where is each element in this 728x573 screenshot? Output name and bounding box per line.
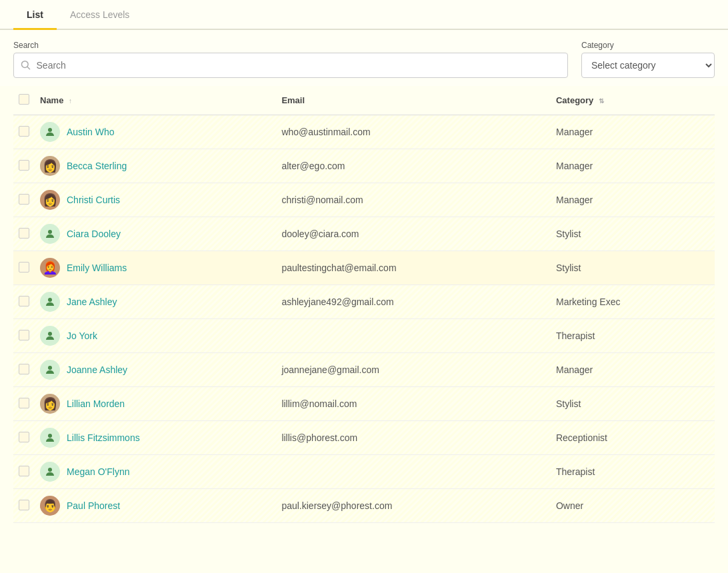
table-row[interactable]: 👩 Lillian Morden lillim@nomail.com Styli… — [13, 387, 715, 421]
staff-name-link[interactable]: Lillian Morden — [67, 398, 125, 409]
name-cell: Jane Ashley — [35, 285, 276, 319]
search-input[interactable] — [37, 60, 561, 71]
staff-name-link[interactable]: Emily Williams — [67, 263, 127, 273]
table-row[interactable]: Lillis Fitzsimmons lillis@phorest.com Re… — [13, 421, 715, 455]
row-check-cell — [13, 319, 35, 353]
table-row[interactable]: Megan O'Flynn Therapist — [13, 455, 715, 489]
staff-name-link[interactable]: Lillis Fitzsimmons — [67, 432, 140, 443]
col-header-category[interactable]: Category ⇅ — [551, 86, 715, 115]
row-checkbox[interactable] — [19, 398, 29, 408]
category-cell: Owner — [551, 489, 715, 523]
name-cell: 👩 Christi Curtis — [35, 183, 276, 217]
staff-name-link[interactable]: Jo York — [67, 330, 97, 341]
tab-access-levels[interactable]: Access Levels — [57, 0, 143, 30]
row-check-cell — [13, 421, 35, 455]
table-body: Austin Who who@austinmail.com Manager 👩 … — [13, 115, 715, 523]
avatar — [40, 122, 60, 142]
row-check-cell — [13, 115, 35, 149]
avatar — [40, 224, 60, 244]
col-header-name[interactable]: Name ↑ — [35, 86, 276, 115]
name-cell: 👩 Lillian Morden — [35, 387, 276, 421]
row-checkbox[interactable] — [19, 228, 29, 239]
name-cell: 👩‍🦰 Emily Williams — [35, 251, 276, 285]
email-cell: alter@ego.com — [276, 149, 551, 183]
avatar — [40, 428, 60, 448]
table-header-row: Name ↑ Email Category ⇅ — [13, 86, 715, 115]
header-checkbox[interactable] — [19, 94, 29, 105]
table-row[interactable]: 👩‍🦰 Emily Williams paultestingchat@email… — [13, 251, 715, 285]
table-row[interactable]: Jane Ashley ashleyjane492@gmail.com Mark… — [13, 285, 715, 319]
name-cell: 👩 Becca Sterling — [35, 149, 276, 183]
email-cell — [276, 319, 551, 353]
tab-list[interactable]: List — [13, 0, 57, 30]
table-row[interactable]: 👨 Paul Phorest paul.kiersey@phorest.com … — [13, 489, 715, 523]
category-sort-icon: ⇅ — [599, 97, 604, 105]
email-cell: lillim@nomail.com — [276, 387, 551, 421]
staff-name-link[interactable]: Joanne Ashley — [67, 364, 127, 375]
search-icon — [21, 60, 31, 71]
table-row[interactable]: 👩 Becca Sterling alter@ego.com Manager — [13, 149, 715, 183]
row-checkbox[interactable] — [19, 500, 29, 510]
category-cell: Therapist — [551, 455, 715, 489]
avatar: 👩‍🦰 — [40, 258, 60, 278]
tabs-bar: List Access Levels — [0, 0, 728, 30]
table-row[interactable]: Joanne Ashley joannejane@gmail.com Manag… — [13, 353, 715, 387]
category-group: Category Select category Manager Stylist… — [581, 41, 715, 78]
row-checkbox[interactable] — [19, 330, 29, 340]
row-checkbox[interactable] — [19, 296, 29, 306]
row-check-cell — [13, 217, 35, 251]
row-checkbox[interactable] — [19, 262, 29, 273]
email-cell — [276, 455, 551, 489]
row-checkbox[interactable] — [19, 432, 29, 442]
table-row[interactable]: Austin Who who@austinmail.com Manager — [13, 115, 715, 149]
staff-name-link[interactable]: Megan O'Flynn — [67, 466, 130, 477]
staff-name-link[interactable]: Becca Sterling — [67, 161, 127, 171]
row-checkbox[interactable] — [19, 194, 29, 205]
table-row[interactable]: Ciara Dooley dooley@ciara.com Stylist — [13, 217, 715, 251]
staff-name-link[interactable]: Austin Who — [67, 127, 115, 137]
row-check-cell — [13, 387, 35, 421]
col-header-email: Email — [276, 86, 551, 115]
staff-name-link[interactable]: Jane Ashley — [67, 296, 117, 307]
email-cell: paul.kiersey@phorest.com — [276, 489, 551, 523]
row-checkbox[interactable] — [19, 466, 29, 476]
svg-point-4 — [48, 298, 52, 302]
name-cell: Jo York — [35, 319, 276, 353]
col-header-check — [13, 86, 35, 115]
name-cell: Austin Who — [35, 115, 276, 149]
category-select[interactable]: Select category Manager Stylist Marketin… — [581, 53, 715, 78]
page-container: List Access Levels Search Category Selec… — [0, 0, 728, 523]
avatar: 👩 — [40, 394, 60, 414]
avatar — [40, 462, 60, 482]
category-cell: Stylist — [551, 387, 715, 421]
row-check-cell — [13, 285, 35, 319]
name-cell: 👨 Paul Phorest — [35, 489, 276, 523]
staff-name-link[interactable]: Christi Curtis — [67, 195, 120, 205]
avatar — [40, 360, 60, 380]
avatar — [40, 326, 60, 346]
table-row[interactable]: 👩 Christi Curtis christi@nomail.com Mana… — [13, 183, 715, 217]
name-cell: Ciara Dooley — [35, 217, 276, 251]
email-cell: who@austinmail.com — [276, 115, 551, 149]
staff-name-link[interactable]: Paul Phorest — [67, 500, 120, 511]
svg-point-2 — [48, 128, 52, 132]
avatar: 👨 — [40, 496, 60, 516]
name-cell: Lillis Fitzsimmons — [35, 421, 276, 455]
avatar — [40, 292, 60, 312]
table-row[interactable]: Jo York Therapist — [13, 319, 715, 353]
category-cell: Stylist — [551, 217, 715, 251]
email-cell: joannejane@gmail.com — [276, 353, 551, 387]
avatar: 👩 — [40, 190, 60, 210]
email-cell: lillis@phorest.com — [276, 421, 551, 455]
row-check-cell — [13, 489, 35, 523]
row-check-cell — [13, 183, 35, 217]
row-check-cell — [13, 455, 35, 489]
svg-point-6 — [48, 366, 52, 370]
staff-name-link[interactable]: Ciara Dooley — [67, 229, 121, 239]
row-check-cell — [13, 149, 35, 183]
row-checkbox[interactable] — [19, 364, 29, 374]
name-cell: Joanne Ashley — [35, 353, 276, 387]
category-label: Category — [581, 41, 715, 50]
row-checkbox[interactable] — [19, 160, 29, 171]
row-checkbox[interactable] — [19, 126, 29, 137]
